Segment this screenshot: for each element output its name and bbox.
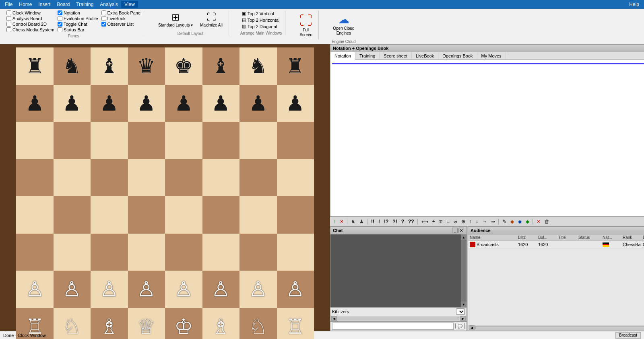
chat-scroll-thumb[interactable] xyxy=(461,240,466,302)
chess-cell-h6[interactable] xyxy=(277,122,314,159)
menu-item-analysis[interactable]: Analysis xyxy=(97,1,121,8)
chess-cell-c7[interactable]: ♟ xyxy=(91,85,128,122)
audience-hscroll-left[interactable]: ◀ xyxy=(469,325,475,330)
chess-cell-h2[interactable]: ♙ xyxy=(277,271,314,308)
chess-cell-c1[interactable]: ♗ xyxy=(91,308,128,339)
piece-bb-f8[interactable]: ♝ xyxy=(211,55,230,76)
piece-bp-f7[interactable]: ♟ xyxy=(211,93,230,114)
chess-cell-d1[interactable]: ♕ xyxy=(128,308,165,339)
toolbar-double-exclaim[interactable]: !! xyxy=(369,218,376,225)
chess-cell-a3[interactable] xyxy=(16,234,54,271)
audience-col-bul[interactable]: Bul... xyxy=(538,235,558,240)
chess-cell-f7[interactable]: ♟ xyxy=(202,85,240,122)
help-menu[interactable]: Help xyxy=(626,1,642,8)
piece-bp-h7[interactable]: ♟ xyxy=(286,93,305,114)
chess-cell-g2[interactable]: ♙ xyxy=(239,271,277,308)
piece-wp-d2[interactable]: ♙ xyxy=(137,279,156,300)
chess-cell-f3[interactable] xyxy=(202,234,240,271)
chess-cell-d7[interactable]: ♟ xyxy=(128,85,165,122)
toolbar-delete[interactable]: ✕ xyxy=(338,218,345,225)
piece-bb-c8[interactable]: ♝ xyxy=(100,55,119,76)
piece-wp-a2[interactable]: ♙ xyxy=(25,279,44,300)
chess-cell-e1[interactable]: ♔ xyxy=(165,308,202,339)
piece-wq-d1[interactable]: ♕ xyxy=(137,316,156,337)
chess-cell-g5[interactable] xyxy=(239,159,277,197)
chess-cell-g1[interactable]: ♘ xyxy=(239,308,277,339)
cloud-engines-button[interactable]: ☁ Open CloudEngines xyxy=(330,12,357,38)
toolbar-x[interactable]: ✕ xyxy=(535,218,542,225)
chess-cell-e5[interactable] xyxy=(165,159,202,197)
chess-cell-b3[interactable] xyxy=(54,234,91,271)
toolbar-lrarrow[interactable]: ⟷ xyxy=(420,218,430,225)
toolbar-question[interactable]: ? xyxy=(400,218,406,225)
notation-tab-livebook[interactable]: LiveBook xyxy=(412,52,438,60)
chess-cell-d4[interactable] xyxy=(128,196,165,234)
chess-cell-d8[interactable]: ♛ xyxy=(128,47,165,85)
piece-wb-f1[interactable]: ♗ xyxy=(211,316,230,337)
piece-bp-d7[interactable]: ♟ xyxy=(137,93,156,114)
chess-cell-f5[interactable] xyxy=(202,159,240,197)
chess-cell-a8[interactable]: ♜ xyxy=(16,47,54,85)
pane-checkbox-status-bar[interactable]: Status Bar xyxy=(58,27,98,32)
piece-bp-e7[interactable]: ♟ xyxy=(174,93,193,114)
chess-cell-d6[interactable] xyxy=(128,122,165,159)
chess-cell-c8[interactable]: ♝ xyxy=(91,47,128,85)
checkbox-chess-media-system[interactable] xyxy=(6,27,11,32)
toolbar-circle-plus[interactable]: ⊕ xyxy=(460,218,467,225)
chess-cell-h3[interactable] xyxy=(277,234,314,271)
top2-vertical-btn[interactable]: ▣ Top 2 Vertical xyxy=(240,10,282,16)
checkbox-status-bar[interactable] xyxy=(58,27,62,32)
chess-cell-f4[interactable] xyxy=(202,196,240,234)
toolbar-move-up[interactable]: ↑ xyxy=(332,218,337,225)
chess-cell-b2[interactable]: ♙ xyxy=(54,271,91,308)
toolbar-double-q[interactable]: ?? xyxy=(407,218,416,225)
toolbar-exclaim-q[interactable]: !? xyxy=(382,218,390,225)
chess-cell-e3[interactable] xyxy=(165,234,202,271)
audience-col-blitz[interactable]: Blitz xyxy=(518,235,538,240)
toolbar-pawn[interactable]: ♟ xyxy=(358,218,365,225)
toolbar-diamond3[interactable]: ◆ xyxy=(524,218,531,225)
audience-col-title[interactable]: Title xyxy=(558,235,578,240)
chat-minimize-btn[interactable]: _ xyxy=(452,228,458,233)
toolbar-up[interactable]: ↑ xyxy=(468,218,473,225)
checkbox-analysis-board[interactable] xyxy=(6,16,11,21)
piece-bp-g7[interactable]: ♟ xyxy=(249,93,268,114)
pane-checkbox-extra-book-pane[interactable]: Extra Book Pane xyxy=(101,10,141,15)
chat-scroll-up[interactable]: ▲ xyxy=(461,234,466,240)
chess-cell-e8[interactable]: ♚ xyxy=(165,47,202,85)
piece-bp-b7[interactable]: ♟ xyxy=(62,93,81,114)
piece-bp-c7[interactable]: ♟ xyxy=(100,93,119,114)
chess-cell-h8[interactable]: ♜ xyxy=(277,47,314,85)
chess-cell-h7[interactable]: ♟ xyxy=(277,85,314,122)
checkbox-observer-list[interactable] xyxy=(101,22,106,27)
menu-item-training[interactable]: Training xyxy=(73,1,97,8)
notation-tab-notation[interactable]: Notation xyxy=(330,52,355,60)
chat-scroll-down[interactable]: ▼ xyxy=(461,302,466,307)
piece-wp-c2[interactable]: ♙ xyxy=(100,279,119,300)
toolbar-diamond2[interactable]: ◆ xyxy=(516,218,523,225)
chess-cell-e2[interactable]: ♙ xyxy=(165,271,202,308)
toolbar-knight[interactable]: ♞ xyxy=(349,218,357,225)
chess-cell-c6[interactable] xyxy=(91,122,128,159)
fullscreen-button[interactable]: ⛶ FullScreen xyxy=(297,12,315,39)
piece-bn-g8[interactable]: ♞ xyxy=(249,55,268,76)
piece-wn-g1[interactable]: ♘ xyxy=(249,316,268,337)
chess-cell-b8[interactable]: ♞ xyxy=(54,47,91,85)
menu-item-board[interactable]: Board xyxy=(54,1,73,8)
notation-tab-score-sheet[interactable]: Score sheet xyxy=(380,52,412,60)
chess-cell-b4[interactable] xyxy=(54,196,91,234)
piece-wp-h2[interactable]: ♙ xyxy=(286,279,305,300)
chat-scroll-area[interactable]: ▲ ▼ xyxy=(330,234,466,307)
chess-cell-f8[interactable]: ♝ xyxy=(202,47,240,85)
toolbar-down[interactable]: ↓ xyxy=(474,218,480,225)
chess-cell-c5[interactable] xyxy=(91,159,128,197)
chess-cell-d5[interactable] xyxy=(128,159,165,197)
piece-br-a8[interactable]: ♜ xyxy=(25,55,44,76)
chess-cell-a5[interactable] xyxy=(16,159,54,197)
piece-wb-c1[interactable]: ♗ xyxy=(100,316,119,337)
standard-layouts-button[interactable]: ⊞ Standard Layouts ▾ xyxy=(155,10,196,30)
chess-cell-e7[interactable]: ♟ xyxy=(165,85,202,122)
chess-cell-g7[interactable]: ♟ xyxy=(239,85,277,122)
kibitzers-select[interactable] xyxy=(456,308,465,315)
checkbox-control-board-2d[interactable] xyxy=(6,22,11,27)
